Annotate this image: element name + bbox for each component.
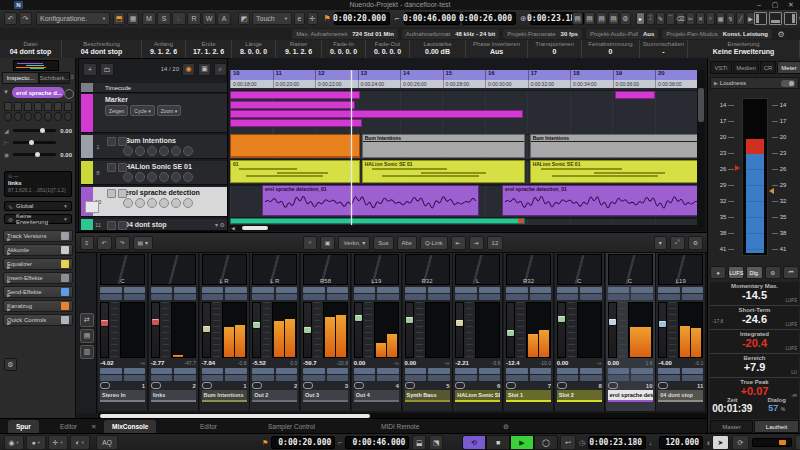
record-enable-button[interactable]: [124, 375, 146, 381]
pan-control[interactable]: L: [455, 254, 500, 285]
info-field-anfang[interactable]: Anfang9. 1. 2. 6: [142, 40, 186, 58]
section-state-icon[interactable]: [61, 288, 69, 296]
tempo-field[interactable]: 120.000: [659, 436, 703, 449]
inspector-section-equalizer[interactable]: ▶Equalizer: [3, 258, 73, 270]
link-dropdown[interactable]: Verkn. ▾: [338, 236, 370, 250]
purple-clip[interactable]: erol sprache detection_01: [502, 185, 697, 216]
mixer-redo-button[interactable]: ↷: [115, 236, 130, 250]
fader-track[interactable]: [557, 302, 566, 358]
mixer-channel-bum-intentions[interactable]: L R-7.84-0.81Bum Intentions: [200, 253, 250, 411]
read-automation-button[interactable]: [405, 368, 427, 374]
section-state-icon[interactable]: [61, 260, 69, 268]
edit-button[interactable]: [327, 294, 349, 300]
automation-mode-dropdown[interactable]: Touch▼: [252, 12, 292, 25]
pan-control[interactable]: [151, 254, 196, 285]
read-automation-button[interactable]: [151, 368, 173, 374]
mute-button[interactable]: [658, 287, 680, 293]
inspector-section-insert-effekte[interactable]: ▶Insert-Effekte: [3, 272, 73, 284]
listen-button[interactable]: [608, 294, 630, 300]
edit-button[interactable]: [225, 294, 247, 300]
redo-button[interactable]: ↷: [19, 12, 32, 25]
channel-name[interactable]: Slot 1: [506, 390, 551, 402]
record-enable-button[interactable]: [428, 375, 450, 381]
teal-clip[interactable]: [230, 218, 525, 224]
locator-duration-time[interactable]: 0:00:26.000: [462, 12, 516, 25]
tab-midi-remote[interactable]: MIDI Remote: [373, 420, 427, 433]
mixer-channel-erol-sprache-detection[interactable]: C0.001.610erol sprache detection: [606, 253, 656, 411]
workspace-button-1[interactable]: ▤: [572, 12, 583, 25]
tab-editor-left[interactable]: Editor: [52, 420, 85, 433]
tab-editor[interactable]: Editor: [192, 420, 225, 433]
stop-button[interactable]: ■: [486, 435, 510, 450]
pan-control[interactable]: L19: [658, 254, 703, 285]
mixer-pictures-icon[interactable]: ▤: [80, 329, 94, 343]
edit-button[interactable]: [682, 294, 704, 300]
solo-button[interactable]: [118, 189, 127, 198]
track-control-button[interactable]: [14, 112, 22, 121]
info-field-transponieren[interactable]: Transponieren0: [528, 40, 582, 58]
right-zone-toggle[interactable]: [784, 12, 797, 25]
status-gear-icon[interactable]: ⚙: [776, 28, 786, 41]
record-enable-button[interactable]: [682, 375, 704, 381]
track-control-button[interactable]: [64, 112, 72, 121]
inspector-section-send-effekte[interactable]: ▶Send-Effekte: [3, 286, 73, 298]
solo-button[interactable]: [225, 287, 247, 293]
tab-sampler-control[interactable]: Sampler Control: [260, 420, 323, 433]
monitor-button[interactable]: [455, 375, 477, 381]
mute-button[interactable]: [100, 287, 122, 293]
workspace-button-4[interactable]: ▤: [608, 12, 619, 25]
line-tool-icon[interactable]: ╱: [736, 12, 745, 25]
cycle-button[interactable]: ⟲: [462, 435, 486, 450]
mixer-channel-out-2[interactable]: L R-5.520.02Out 2: [250, 253, 300, 411]
record-enable-button[interactable]: [530, 375, 552, 381]
info-field-fade-in[interactable]: Fade-In0. 0. 0. 0: [322, 40, 366, 58]
record-enable-button[interactable]: [123, 146, 133, 156]
mixer-menu-caret[interactable]: ▾: [654, 236, 667, 250]
mixer-view-dropdown[interactable]: ▤ ▾: [133, 236, 153, 250]
pan-control[interactable]: C: [608, 254, 653, 285]
marker-event[interactable]: [230, 91, 360, 99]
punch-out-icon[interactable]: ⬔: [429, 435, 443, 450]
play-button[interactable]: ▶: [510, 435, 534, 450]
listen-button[interactable]: [557, 294, 579, 300]
monitor-button[interactable]: [658, 375, 680, 381]
tab-medien[interactable]: Medien: [733, 61, 759, 74]
track-presets-icon[interactable]: 🗀: [100, 63, 114, 76]
yellow-clip[interactable]: 01: [230, 160, 360, 183]
fader-track[interactable]: [608, 302, 617, 358]
monitor-button[interactable]: [202, 375, 224, 381]
track-control-button[interactable]: [54, 112, 62, 121]
tab-master[interactable]: Master: [710, 420, 753, 433]
track-control-button[interactable]: [34, 102, 42, 111]
right-locator-time[interactable]: 0:00:46.000: [404, 12, 460, 25]
read-automation-button[interactable]: [506, 368, 528, 374]
fader-track[interactable]: [252, 302, 261, 358]
mute-button[interactable]: [107, 137, 116, 146]
maximize-button[interactable]: ▢: [768, 1, 782, 9]
read-automation-button[interactable]: [147, 172, 157, 182]
read-automation-button[interactable]: [557, 368, 579, 374]
record-enable-button[interactable]: [377, 375, 399, 381]
freeze-button[interactable]: [183, 146, 193, 156]
mixer-expand-icon[interactable]: ⤢: [670, 236, 685, 250]
loudness-value-marker[interactable]: [769, 188, 774, 194]
arrange-vscrollbar[interactable]: [697, 70, 705, 231]
mute-button[interactable]: [107, 189, 116, 198]
read-automation-button[interactable]: [147, 198, 157, 208]
solo-button[interactable]: [682, 287, 704, 293]
section-state-icon[interactable]: [61, 316, 69, 324]
solo-button[interactable]: [118, 163, 127, 172]
monitor-button[interactable]: [608, 375, 630, 381]
delay-slider[interactable]: [13, 153, 56, 156]
crosshair-icon[interactable]: ✛▼: [48, 435, 68, 450]
automation-letter-r[interactable]: R: [187, 12, 201, 25]
zoom-tool-icon[interactable]: ⌕: [706, 12, 715, 25]
section-state-icon[interactable]: [61, 302, 69, 310]
inspector-section-quick-controls[interactable]: ▶Quick Controls: [3, 314, 73, 326]
inspector-section-track-versions[interactable]: ▶Track Versions: [3, 230, 73, 242]
sus-button[interactable]: Sus: [373, 236, 393, 250]
record-enable-button[interactable]: [631, 375, 653, 381]
info-field-fade-out[interactable]: Fade-Out0. 0. 0. 0: [366, 40, 410, 58]
automation-letter-s[interactable]: S: [157, 12, 171, 25]
mute-tool-icon[interactable]: ✕: [696, 12, 705, 25]
